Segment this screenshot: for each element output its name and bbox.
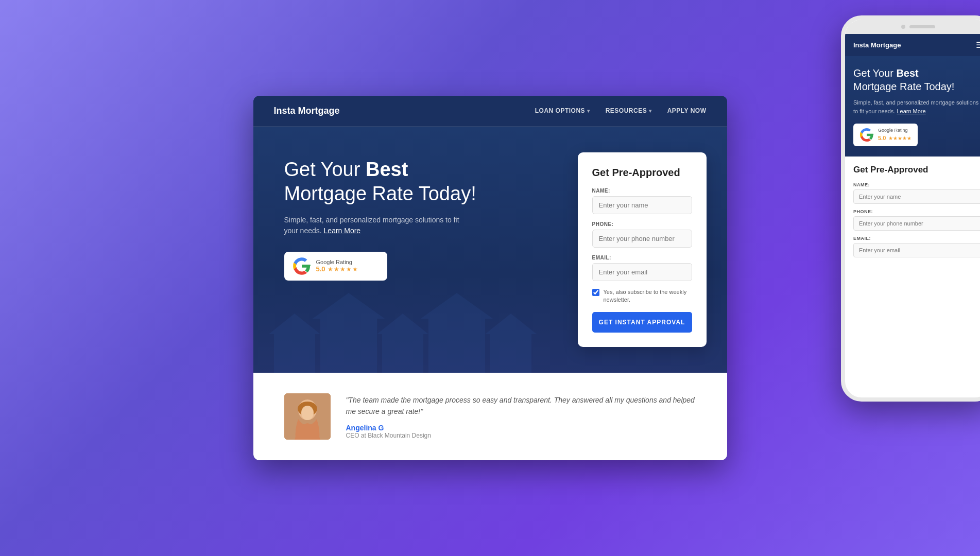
chevron-down-icon: ▾ <box>649 108 652 114</box>
form-title: Get Pre-Approved <box>592 167 692 179</box>
email-field-group: EMAIL: <box>592 255 692 281</box>
hamburger-menu-icon[interactable]: ☰ <box>976 40 980 50</box>
nav-item-resources[interactable]: RESOURCES ▾ <box>606 107 652 114</box>
testimonial-role: CEO at Black Mountain Design <box>346 432 696 439</box>
google-rating-badge: Google Rating 5.0 ★★★★★ <box>284 252 387 281</box>
newsletter-label: Yes, also subscribe to the weekly newsle… <box>604 288 692 304</box>
phone-name-field-group: NAME: <box>853 182 980 204</box>
email-label: EMAIL: <box>592 255 692 260</box>
phone-field-group: PHONE: <box>592 221 692 248</box>
testimonial-section: "The team made the mortgage process so e… <box>253 373 727 460</box>
testimonial-content: "The team made the mortgage process so e… <box>346 394 696 439</box>
phone-google-info: Google Rating 5.0 ★★★★★ <box>878 128 912 142</box>
phone-form-title: Get Pre-Approved <box>853 165 980 175</box>
phone-email-label: EMAIL: <box>853 236 980 241</box>
phone-camera-icon <box>901 25 905 29</box>
phone-email-input[interactable] <box>853 243 980 257</box>
google-g-icon <box>293 257 311 275</box>
email-input[interactable] <box>592 263 692 281</box>
phone-phone-label: PHONE: <box>853 209 980 214</box>
google-rating-row: 5.0 ★★★★★ <box>316 265 358 273</box>
phone-google-badge: Google Rating 5.0 ★★★★★ <box>853 124 918 146</box>
google-info: Google Rating 5.0 ★★★★★ <box>316 259 358 273</box>
phone-google-score: 5.0 <box>878 135 886 141</box>
phone-hero-subtitle: Simple, fast, and personalized mortgage … <box>853 98 980 115</box>
hero-subtitle: Simple, fast, and personalized mortgage … <box>284 215 465 236</box>
avatar <box>284 393 331 440</box>
newsletter-checkbox[interactable] <box>592 289 599 296</box>
phone-google-g-icon <box>859 128 874 142</box>
hero-title: Get Your Best Mortgage Rate Today! <box>284 158 578 206</box>
phone-phone-input[interactable] <box>853 216 980 231</box>
phone-learn-more-link[interactable]: Learn More <box>897 108 925 114</box>
learn-more-link[interactable]: Learn More <box>324 227 361 235</box>
google-label: Google Rating <box>316 259 358 265</box>
nav-links: LOAN OPTIONS ▾ RESOURCES ▾ APPLY NOW <box>535 107 707 114</box>
phone-hero-title: Get Your Best Mortgage Rate Today! <box>853 66 980 93</box>
newsletter-checkbox-row: Yes, also subscribe to the weekly newsle… <box>592 288 692 304</box>
hero-left-content: Get Your Best Mortgage Rate Today! Simpl… <box>284 152 578 281</box>
name-input[interactable] <box>592 196 692 214</box>
main-nav: Insta Mortgage LOAN OPTIONS ▾ RESOURCES … <box>253 96 727 127</box>
nav-item-loan-options[interactable]: LOAN OPTIONS ▾ <box>535 107 590 114</box>
mobile-phone-mockup: Insta Mortgage ☰ Get Your Best Mortgage … <box>841 15 980 402</box>
phone-name-input[interactable] <box>853 189 980 204</box>
phone-top-bar <box>845 20 980 34</box>
testimonial-quote: "The team made the mortgage process so e… <box>346 394 696 418</box>
phone-phone-field-group: PHONE: <box>853 209 980 231</box>
chevron-down-icon: ▾ <box>587 108 590 114</box>
nav-logo: Insta Mortgage <box>274 106 340 116</box>
house-icon <box>274 332 315 373</box>
house-icon <box>320 316 377 373</box>
house-icon <box>382 332 423 373</box>
name-field-group: NAME: <box>592 188 692 214</box>
phone-screen: Insta Mortgage ☰ Get Your Best Mortgage … <box>845 20 980 271</box>
phone-label: PHONE: <box>592 221 692 227</box>
phone-hero: Get Your Best Mortgage Rate Today! Simpl… <box>845 56 980 157</box>
pre-approval-form-card: Get Pre-Approved NAME: PHONE: EMAIL: Yes… <box>578 152 707 348</box>
star-icons: ★★★★★ <box>328 266 358 273</box>
avatar-image <box>284 393 331 440</box>
svg-point-3 <box>301 406 314 420</box>
nav-item-apply-now[interactable]: APPLY NOW <box>667 107 707 114</box>
phone-name-label: NAME: <box>853 182 980 187</box>
page-background: Insta Mortgage LOAN OPTIONS ▾ RESOURCES … <box>0 0 980 556</box>
browser-window: Insta Mortgage LOAN OPTIONS ▾ RESOURCES … <box>253 96 727 461</box>
phone-google-label: Google Rating <box>878 128 912 133</box>
testimonial-name: Angelina G <box>346 424 696 432</box>
get-instant-approval-button[interactable]: GET INSTANT APPROVAL <box>592 312 692 333</box>
phone-form-section: Get Pre-Approved NAME: PHONE: EMAIL: <box>845 157 980 271</box>
phone-nav: Insta Mortgage ☰ <box>845 34 980 56</box>
hero-section: Get Your Best Mortgage Rate Today! Simpl… <box>253 127 727 373</box>
name-label: NAME: <box>592 188 692 194</box>
house-icon <box>428 316 485 373</box>
phone-input[interactable] <box>592 230 692 248</box>
phone-google-rating-row: 5.0 ★★★★★ <box>878 133 912 142</box>
phone-star-icons: ★★★★★ <box>888 135 912 141</box>
house-icon <box>490 332 531 373</box>
phone-speaker-icon <box>909 25 935 28</box>
phone-nav-logo: Insta Mortgage <box>853 41 901 49</box>
google-score: 5.0 <box>316 265 325 273</box>
phone-email-field-group: EMAIL: <box>853 236 980 257</box>
